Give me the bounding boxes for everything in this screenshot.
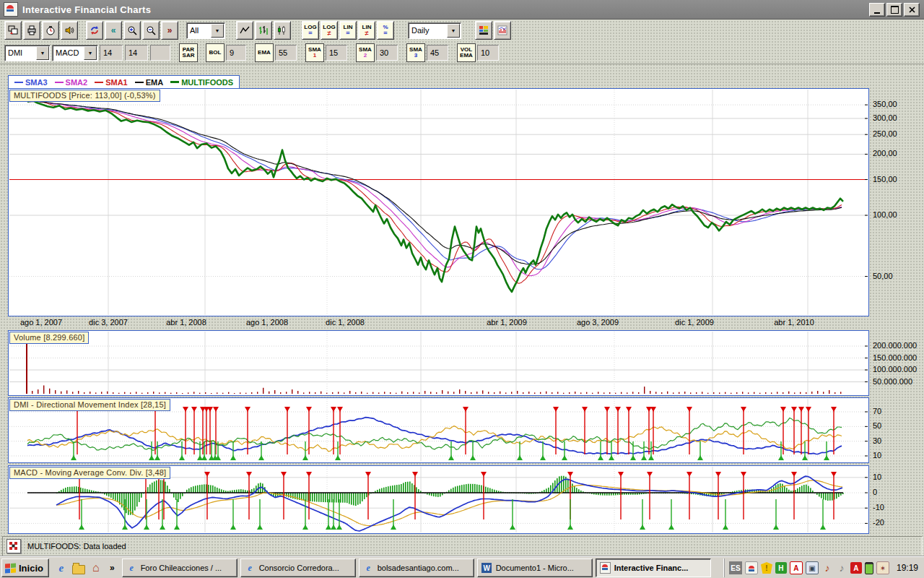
folder-icon[interactable]: [72, 561, 85, 574]
quick-launch: e ⌂ »: [55, 561, 115, 574]
lin-scale-notequal-button[interactable]: LIN ≠: [358, 21, 375, 40]
log-scale-equal-button[interactable]: LOG =: [302, 21, 319, 40]
price-panel-label: MULTIFOODS [Price: 113,00] (-0,53%): [9, 90, 160, 102]
axis-tick-label: 50.000.000: [873, 377, 923, 386]
ohlc-chart-button[interactable]: [255, 21, 272, 40]
bollinger-button[interactable]: BOL: [206, 43, 225, 62]
chevron-down-icon[interactable]: ▼: [84, 46, 97, 60]
home-icon[interactable]: ⌂: [90, 561, 103, 574]
close-button[interactable]: [904, 3, 920, 17]
avira-tray-icon[interactable]: A: [850, 562, 862, 574]
date-tick-label: abr 1, 2008: [159, 318, 214, 327]
language-indicator[interactable]: ES: [729, 561, 742, 574]
chevron-down-icon[interactable]: ▼: [447, 24, 460, 38]
pointer-settings-tray-icon[interactable]: ✶: [876, 561, 889, 574]
pdf-tray-icon[interactable]: A: [790, 561, 803, 574]
indicator1-value: DMI: [5, 48, 35, 57]
ema-value-field[interactable]: 55: [275, 45, 297, 61]
price-chart-panel[interactable]: MULTIFOODS [Price: 113,00] (-0,53%): [8, 88, 869, 316]
maximize-button[interactable]: [886, 3, 902, 17]
sma3-value-field[interactable]: 45: [427, 45, 448, 61]
zoom-in-button[interactable]: [123, 21, 141, 40]
display-device-tray-icon[interactable]: ▣: [806, 561, 819, 574]
axis-tick-label: 10: [873, 451, 923, 460]
axis-tick-label: 50: [873, 421, 923, 430]
lin-scale-equal-button[interactable]: LIN =: [339, 21, 357, 40]
range-select[interactable]: All ▼: [186, 22, 225, 39]
taskbar-button-consorcio[interactable]: e Consorcio Corredora...: [240, 558, 356, 577]
window-title: Interactive Financial Charts: [22, 4, 151, 15]
sma3-button[interactable]: SMA 3: [406, 43, 425, 62]
legend-item-multifoods: MULTIFOODS: [170, 78, 233, 87]
volume-tray-icon[interactable]: ♪: [821, 562, 833, 574]
zoom-in-icon: [127, 25, 137, 35]
extra-param-field[interactable]: [150, 45, 170, 61]
sma1-value-field[interactable]: 15: [326, 45, 347, 61]
indicator1-select[interactable]: DMI ▼: [4, 45, 51, 61]
sma1-button[interactable]: SMA 1: [305, 43, 324, 62]
percent-scale-button[interactable]: % =: [377, 21, 394, 40]
audio-device-tray-icon[interactable]: ♪: [836, 562, 847, 574]
statistics-button[interactable]: [494, 21, 511, 40]
new-window-icon: [8, 25, 18, 35]
macd-panel[interactable]: MACD - Moving Average Conv. Div. [3,48]: [8, 465, 869, 534]
legend-item-ema: EMA: [135, 78, 163, 87]
date-tick-label: dic 3, 2007: [81, 318, 136, 327]
taskbar-button-charts-active[interactable]: Interactive Financ...: [596, 558, 711, 577]
axis-tick-label: 200.000.000: [873, 341, 923, 350]
dmi-panel[interactable]: DMI - Directional Movement Index [28,15]: [8, 397, 869, 463]
refresh-button[interactable]: [86, 21, 103, 40]
ema-button[interactable]: EMA: [255, 43, 274, 62]
sma2-value-field[interactable]: 30: [376, 45, 398, 61]
print-button[interactable]: [23, 21, 40, 40]
task-buttons: e Foro Chileacciones / ... e Consorcio C…: [122, 558, 711, 577]
period-select-value: Daily: [409, 26, 446, 35]
taskbar-button-bolsa[interactable]: e bolsadesantiago.com...: [359, 558, 474, 577]
volume-ema-value-field[interactable]: 10: [477, 45, 499, 61]
indicator2-select[interactable]: MACD ▼: [52, 45, 98, 61]
chevron-down-icon[interactable]: ▼: [211, 24, 224, 38]
axis-tick-label: 150,00: [873, 175, 923, 184]
volume-panel[interactable]: Volume [8.299.660]: [8, 330, 869, 396]
internet-explorer-icon[interactable]: e: [55, 561, 68, 574]
parabolic-sar-button[interactable]: PAR SAR: [179, 43, 198, 62]
status-icon: [6, 539, 21, 553]
axis-tick-label: 100,00: [873, 210, 923, 219]
date-tick-label: ago 1, 2007: [14, 318, 69, 327]
bollinger-value-field[interactable]: 9: [226, 45, 246, 61]
overflow-chevron[interactable]: »: [110, 563, 115, 573]
status-bar: MULTIFOODS: Data loaded: [2, 536, 923, 556]
period-select[interactable]: Daily ▼: [408, 22, 461, 39]
date-tick-label: abr 1, 2009: [479, 318, 534, 327]
application-window: Interactive Financial Charts «: [0, 0, 924, 578]
scroll-back-button[interactable]: «: [105, 21, 122, 40]
axis-tick-label: 0: [873, 488, 923, 496]
volume-ema-button[interactable]: VOL EMA: [457, 43, 476, 62]
zoom-out-button[interactable]: [142, 21, 160, 40]
taskbar-button-foro[interactable]: e Foro Chileacciones / ...: [122, 558, 237, 577]
scroll-forward-button[interactable]: »: [161, 21, 178, 40]
battery-tray-icon[interactable]: [865, 562, 873, 574]
axis-tick-label: 70: [873, 407, 923, 415]
sound-button[interactable]: [61, 21, 78, 40]
axis-tick-label: -20: [873, 518, 923, 527]
statistics-icon: [497, 25, 507, 35]
macd-period-field[interactable]: 14: [125, 45, 148, 61]
minimize-button[interactable]: [869, 3, 885, 17]
new-window-button[interactable]: [4, 21, 22, 40]
security-shield-tray-icon[interactable]: !: [761, 562, 772, 574]
hamachi-tray-icon[interactable]: H: [775, 562, 787, 574]
java-tray-icon[interactable]: [745, 561, 758, 574]
internet-explorer-icon: e: [245, 563, 256, 574]
axis-tick-label: 250,00: [873, 129, 923, 138]
log-scale-notequal-button[interactable]: LOG ≠: [321, 21, 338, 40]
sma2-button[interactable]: SMA 2: [356, 43, 375, 62]
line-chart-button[interactable]: [236, 21, 253, 40]
colors-button[interactable]: [475, 21, 492, 40]
timer-button[interactable]: [42, 21, 59, 40]
taskbar-button-word[interactable]: W Documento1 - Micro...: [477, 558, 593, 577]
start-button[interactable]: Inicio: [1, 558, 49, 577]
candlestick-chart-button[interactable]: [274, 21, 291, 40]
chevron-down-icon[interactable]: ▼: [36, 46, 49, 60]
dmi-period-field[interactable]: 14: [100, 45, 123, 61]
